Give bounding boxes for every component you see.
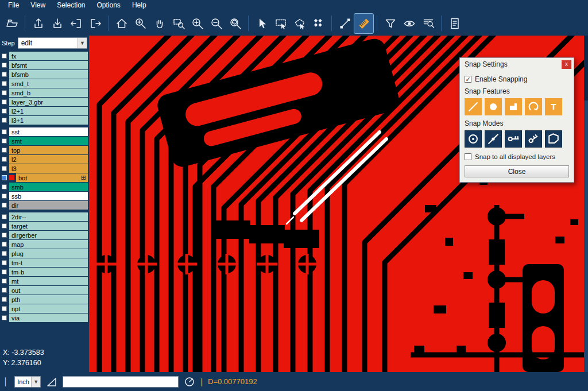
layer-row-smb[interactable]: smb <box>0 183 89 191</box>
layer-name[interactable]: mt <box>9 277 88 285</box>
layer-name[interactable]: smd_b <box>9 88 88 97</box>
import-up-button[interactable] <box>29 14 48 33</box>
layer-row-target[interactable]: target <box>0 222 89 230</box>
layer-visibility-checkbox[interactable] <box>2 138 7 144</box>
layer-row-npt[interactable]: npt <box>0 304 89 313</box>
layer-row-map[interactable]: map <box>0 240 89 249</box>
layer-name[interactable]: smd_t <box>9 79 88 88</box>
layer-row-bfsmb[interactable]: bfsmb <box>0 70 89 79</box>
layer-visibility-checkbox[interactable] <box>2 53 7 59</box>
layer-visibility-checkbox[interactable] <box>2 315 7 320</box>
layer-visibility-checkbox[interactable] <box>2 193 7 199</box>
layer-name[interactable]: l2 <box>9 155 88 164</box>
menu-view[interactable]: View <box>25 0 51 11</box>
layer-row-dirgerber[interactable]: dirgerber <box>0 231 89 239</box>
select-polygon-button[interactable] <box>290 14 309 33</box>
snap-center-button[interactable] <box>465 130 482 148</box>
layer-row-l2[interactable]: l2 <box>0 155 89 164</box>
layer-row-l3[interactable]: l3 <box>0 164 89 173</box>
layer-visibility-checkbox[interactable] <box>2 278 7 284</box>
layer-visibility-checkbox[interactable] <box>2 203 7 208</box>
exit-right-button[interactable] <box>86 14 105 33</box>
layer-name[interactable]: l3 <box>9 164 88 173</box>
zoom-previous-button[interactable] <box>226 14 245 33</box>
layer-visibility-checkbox[interactable] <box>2 223 7 229</box>
layer-visibility-checkbox[interactable] <box>2 214 7 219</box>
layer-row-ssb[interactable]: ssb <box>0 192 89 200</box>
pcb-canvas[interactable]: Snap Settings x Enable Snapping Snap Fea… <box>89 36 588 372</box>
layer-visibility-checkbox[interactable] <box>2 269 7 274</box>
layer-row-out[interactable]: out <box>0 286 89 295</box>
layer-row-plug[interactable]: plug <box>0 249 89 258</box>
layer-name[interactable]: out <box>9 286 88 295</box>
layer-visibility-checkbox[interactable] <box>2 109 7 114</box>
layer-visibility-checkbox[interactable] <box>2 118 7 123</box>
layer-row-fx[interactable]: fx <box>0 52 89 60</box>
triangle-ruler-icon[interactable] <box>46 376 57 388</box>
layer-name[interactable]: map <box>9 240 88 249</box>
find-button[interactable] <box>419 14 438 33</box>
zoom-window-button[interactable] <box>169 14 188 33</box>
layer-name[interactable]: ssb <box>9 192 88 200</box>
layer-name[interactable]: npt <box>9 304 88 313</box>
snap-contour-button[interactable] <box>545 130 562 148</box>
layer-visibility-checkbox[interactable] <box>2 233 7 238</box>
layer-visibility-checkbox[interactable] <box>2 242 7 247</box>
snap-all-layers-checkbox[interactable] <box>465 153 471 160</box>
layer-name[interactable]: bot⊞ <box>16 173 88 182</box>
layer-name[interactable]: via <box>9 313 88 322</box>
layer-row-top[interactable]: top <box>0 146 89 154</box>
layer-visibility-checkbox[interactable] <box>2 81 7 86</box>
enable-snapping-row[interactable]: Enable Snapping <box>465 75 569 83</box>
layer-name[interactable]: bfsmb <box>9 70 88 79</box>
layer-visibility-checkbox[interactable] <box>2 166 7 171</box>
layer-name[interactable]: plug <box>9 249 88 258</box>
layer-name[interactable]: dir <box>9 201 88 210</box>
menu-selection[interactable]: Selection <box>51 0 91 11</box>
exit-left-button[interactable] <box>67 14 86 33</box>
layer-name[interactable]: tm-t <box>9 258 88 267</box>
snap-key-h-button[interactable] <box>505 130 522 148</box>
layer-row-via[interactable]: via <box>0 313 89 322</box>
close-button[interactable]: Close <box>465 165 569 177</box>
close-icon[interactable]: x <box>562 60 571 69</box>
filter-button[interactable] <box>381 14 400 33</box>
layer-name[interactable]: layer_3.gbr <box>9 98 88 106</box>
layer-visibility-checkbox[interactable] <box>2 99 7 104</box>
layer-name[interactable]: smb <box>9 183 88 191</box>
layer-row-smd_t[interactable]: smd_t <box>0 79 89 88</box>
snap-text-button[interactable]: T <box>545 98 562 115</box>
zoom-out-button[interactable] <box>207 14 226 33</box>
layer-name[interactable]: target <box>9 222 88 230</box>
chevron-down-icon[interactable]: ▼ <box>31 377 40 387</box>
layer-row-bot[interactable]: bot⊞ <box>0 173 89 182</box>
home-view-button[interactable] <box>112 14 131 33</box>
circle-measure-icon[interactable] <box>184 376 195 388</box>
report-button[interactable] <box>445 14 464 33</box>
layer-visibility-checkbox[interactable] <box>2 184 7 189</box>
open-button[interactable] <box>2 14 21 33</box>
layer-row-mt[interactable]: mt <box>0 277 89 285</box>
view-options-button[interactable] <box>400 14 419 33</box>
enable-snapping-checkbox[interactable] <box>465 76 471 83</box>
layer-visibility-checkbox[interactable] <box>2 251 7 256</box>
layer-name[interactable]: l2+1 <box>9 107 88 115</box>
snap-key-angled-button[interactable] <box>525 130 542 148</box>
layer-row-bfsmt[interactable]: bfsmt <box>0 61 89 69</box>
snap-line-button[interactable] <box>465 98 482 115</box>
layer-row-2dir--[interactable]: 2dir-- <box>0 212 89 221</box>
layer-name[interactable]: smt <box>9 137 88 145</box>
layer-visibility-checkbox[interactable] <box>2 175 7 180</box>
layer-name[interactable]: pth <box>9 295 88 304</box>
layer-row-smd_b[interactable]: smd_b <box>0 88 89 97</box>
layer-visibility-checkbox[interactable] <box>2 306 7 311</box>
layer-visibility-checkbox[interactable] <box>2 129 7 134</box>
step-select[interactable]: edit ▼ <box>18 37 87 49</box>
layer-name[interactable]: top <box>9 146 88 154</box>
snap-arc-button[interactable] <box>525 98 542 115</box>
layer-row-dir[interactable]: dir <box>0 201 89 210</box>
layer-row-pth[interactable]: pth <box>0 295 89 304</box>
tile-select-button[interactable] <box>309 14 328 33</box>
layer-name[interactable]: sst <box>9 127 88 136</box>
layer-name[interactable]: fx <box>9 52 88 60</box>
